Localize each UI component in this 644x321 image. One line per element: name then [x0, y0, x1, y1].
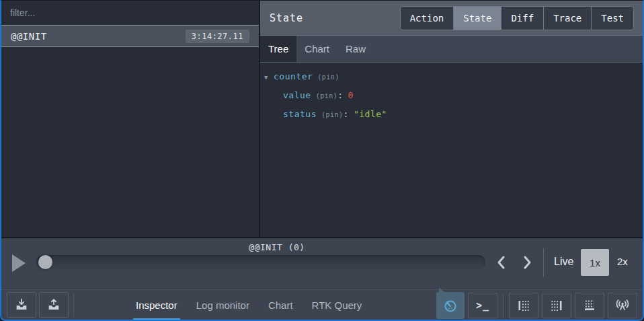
pin-label[interactable]: (pin)	[316, 92, 338, 100]
filter-input[interactable]	[10, 7, 250, 18]
import-icon	[14, 297, 29, 312]
remote-button[interactable]	[608, 293, 637, 318]
tab-diff[interactable]: Diff	[501, 7, 543, 30]
inspector-tab-group: Action State Diff Trace Test	[400, 6, 634, 30]
tab-rtk-query[interactable]: RTK Query	[309, 290, 365, 320]
tree-node-counter[interactable]: ▼ counter (pin)	[264, 71, 639, 90]
chevron-right-icon	[520, 255, 534, 270]
dock-right-button[interactable]	[542, 293, 571, 318]
chevron-left-icon	[495, 255, 508, 270]
tree-node-value[interactable]: value (pin) : 0	[283, 90, 639, 109]
state-view-subtabs: Tree Chart Raw	[260, 36, 643, 63]
dispatcher-button[interactable]: >_	[468, 293, 497, 318]
tree-value-number: 0	[348, 90, 354, 100]
speed-2x-button[interactable]: 2x	[617, 256, 628, 267]
import-export-group	[7, 292, 76, 318]
redux-devtools-window: @@INIT 3:14:27.11 State Action State Dif…	[0, 0, 644, 321]
toolbar-divider	[503, 293, 504, 318]
action-list-panel: @@INIT 3:14:27.11	[1, 1, 259, 237]
collapse-arrow-icon[interactable]: ▼	[264, 74, 274, 81]
import-button[interactable]	[7, 292, 36, 318]
export-icon	[46, 297, 61, 312]
key-value-separator: :	[337, 90, 343, 100]
playback-section: @@INIT (0) Live 1x 2x	[1, 237, 643, 289]
tree-value-string: "idle"	[354, 109, 387, 119]
tab-state[interactable]: State	[453, 7, 501, 30]
main-area: @@INIT 3:14:27.11 State Action State Dif…	[1, 1, 643, 237]
tab-inspector[interactable]: Inspector	[133, 290, 180, 320]
bottom-toolbar: Inspector Log monitor Chart RTK Query >_	[1, 289, 643, 320]
toolbar-divider	[73, 293, 74, 317]
state-tree: ▼ counter (pin) value (pin) : 0 status (…	[260, 63, 643, 137]
panel-title: State	[270, 12, 303, 24]
timeline-slider-thumb[interactable]	[38, 255, 52, 269]
tree-node-status[interactable]: status (pin) : "idle"	[283, 109, 639, 128]
tab-trace[interactable]: Trace	[543, 7, 591, 30]
state-header: State Action State Diff Trace Test	[260, 1, 643, 36]
live-button[interactable]: Live	[554, 256, 573, 268]
subtab-chart[interactable]: Chart	[296, 36, 337, 62]
action-name: @@INIT	[11, 31, 47, 42]
pin-label[interactable]: (pin)	[317, 73, 339, 81]
tree-key: status	[283, 109, 317, 119]
monitor-tabs: Inspector Log monitor Chart RTK Query	[133, 290, 364, 320]
step-back-button[interactable]	[492, 253, 511, 272]
action-timestamp-badge: 3:14:27.11	[186, 30, 249, 43]
export-button[interactable]	[39, 292, 69, 318]
play-button[interactable]	[12, 254, 30, 273]
state-panel: State Action State Diff Trace Test Tree …	[260, 1, 643, 237]
dock-bottom-button[interactable]	[575, 293, 604, 318]
tab-test[interactable]: Test	[591, 7, 633, 30]
dock-left-button[interactable]	[509, 293, 538, 318]
action-list-item[interactable]: @@INIT 3:14:27.11	[1, 25, 259, 47]
filter-bar	[1, 1, 259, 25]
dock-left-icon	[516, 298, 531, 313]
speed-1x-button[interactable]: 1x	[581, 249, 609, 276]
subtab-tree[interactable]: Tree	[260, 36, 296, 62]
playback-divider	[543, 248, 544, 277]
tree-key: counter	[274, 71, 313, 81]
tree-key: value	[283, 90, 311, 100]
subtab-raw[interactable]: Raw	[337, 36, 374, 62]
timeline-slider[interactable]	[36, 255, 485, 269]
tab-chart[interactable]: Chart	[266, 290, 296, 320]
play-icon	[12, 254, 26, 272]
toolbar-right-group: >_	[436, 292, 637, 319]
key-value-separator: :	[344, 109, 349, 119]
step-forward-button[interactable]	[518, 253, 536, 272]
pin-label[interactable]: (pin)	[321, 111, 344, 118]
dock-right-icon	[549, 298, 564, 313]
time-travel-icon	[442, 297, 458, 314]
current-action-label: @@INIT (0)	[38, 242, 516, 252]
terminal-icon: >_	[476, 299, 489, 312]
dock-bottom-icon	[582, 298, 597, 313]
time-travel-button[interactable]	[436, 292, 465, 319]
tab-log-monitor[interactable]: Log monitor	[194, 290, 252, 320]
tab-action[interactable]: Action	[401, 7, 454, 30]
remote-icon	[614, 297, 631, 314]
